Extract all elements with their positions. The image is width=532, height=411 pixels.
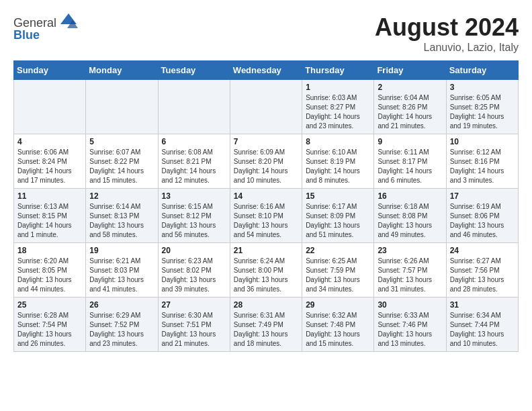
day-info: Sunrise: 6:21 AM Sunset: 8:03 PM Dayligh… — [89, 257, 154, 294]
calendar-cell: 25Sunrise: 6:28 AM Sunset: 7:54 PM Dayli… — [14, 298, 86, 352]
calendar-cell: 14Sunrise: 6:16 AM Sunset: 8:10 PM Dayli… — [230, 189, 302, 243]
calendar-cell: 23Sunrise: 6:26 AM Sunset: 7:57 PM Dayli… — [374, 243, 446, 298]
day-number: 27 — [162, 300, 226, 310]
calendar-table: SundayMondayTuesdayWednesdayThursdayFrid… — [13, 60, 519, 352]
week-row-5: 25Sunrise: 6:28 AM Sunset: 7:54 PM Dayli… — [14, 298, 519, 352]
day-number: 5 — [89, 137, 154, 146]
day-number: 8 — [306, 137, 370, 146]
weekday-header-saturday: Saturday — [446, 61, 518, 80]
day-info: Sunrise: 6:30 AM Sunset: 7:51 PM Dayligh… — [162, 311, 226, 349]
calendar-cell: 29Sunrise: 6:32 AM Sunset: 7:48 PM Dayli… — [302, 298, 374, 352]
weekday-header-sunday: Sunday — [14, 61, 86, 80]
calendar-cell: 8Sunrise: 6:10 AM Sunset: 8:19 PM Daylig… — [302, 134, 374, 189]
day-info: Sunrise: 6:17 AM Sunset: 8:09 PM Dayligh… — [306, 202, 370, 240]
location-subtitle: Lanuvio, Lazio, Italy — [375, 42, 519, 54]
day-info: Sunrise: 6:07 AM Sunset: 8:22 PM Dayligh… — [89, 148, 154, 185]
logo-blue-text: Blue — [13, 28, 40, 42]
calendar-cell: 5Sunrise: 6:07 AM Sunset: 8:22 PM Daylig… — [86, 134, 158, 189]
week-row-2: 4Sunrise: 6:06 AM Sunset: 8:24 PM Daylig… — [14, 134, 519, 189]
day-info: Sunrise: 6:20 AM Sunset: 8:05 PM Dayligh… — [17, 257, 82, 294]
calendar-cell — [14, 80, 86, 134]
calendar-cell: 27Sunrise: 6:30 AM Sunset: 7:51 PM Dayli… — [158, 298, 230, 352]
calendar-cell: 12Sunrise: 6:14 AM Sunset: 8:13 PM Dayli… — [86, 189, 158, 243]
calendar-cell: 18Sunrise: 6:20 AM Sunset: 8:05 PM Dayli… — [14, 243, 86, 298]
day-number: 24 — [450, 246, 515, 255]
calendar-cell: 15Sunrise: 6:17 AM Sunset: 8:09 PM Dayli… — [302, 189, 374, 243]
calendar-cell: 1Sunrise: 6:03 AM Sunset: 8:27 PM Daylig… — [302, 80, 374, 134]
day-number: 20 — [162, 246, 226, 255]
day-info: Sunrise: 6:13 AM Sunset: 8:15 PM Dayligh… — [17, 202, 82, 240]
day-info: Sunrise: 6:11 AM Sunset: 8:17 PM Dayligh… — [378, 148, 442, 185]
day-info: Sunrise: 6:26 AM Sunset: 7:57 PM Dayligh… — [378, 257, 442, 294]
weekday-header-wednesday: Wednesday — [230, 61, 302, 80]
calendar-cell: 21Sunrise: 6:24 AM Sunset: 8:00 PM Dayli… — [230, 243, 302, 298]
day-number: 26 — [89, 300, 154, 310]
weekday-header-friday: Friday — [374, 61, 446, 80]
day-info: Sunrise: 6:34 AM Sunset: 7:44 PM Dayligh… — [450, 311, 515, 349]
day-info: Sunrise: 6:06 AM Sunset: 8:24 PM Dayligh… — [17, 148, 82, 185]
day-info: Sunrise: 6:12 AM Sunset: 8:16 PM Dayligh… — [450, 148, 515, 185]
calendar-cell: 24Sunrise: 6:27 AM Sunset: 7:56 PM Dayli… — [446, 243, 518, 298]
day-info: Sunrise: 6:03 AM Sunset: 8:27 PM Dayligh… — [306, 93, 370, 131]
calendar-cell: 31Sunrise: 6:34 AM Sunset: 7:44 PM Dayli… — [446, 298, 518, 352]
calendar-cell: 7Sunrise: 6:09 AM Sunset: 8:20 PM Daylig… — [230, 134, 302, 189]
day-number: 14 — [234, 191, 298, 201]
day-info: Sunrise: 6:24 AM Sunset: 8:00 PM Dayligh… — [234, 257, 298, 294]
day-number: 11 — [17, 191, 82, 201]
day-number: 30 — [378, 300, 442, 310]
day-number: 10 — [450, 137, 515, 146]
day-info: Sunrise: 6:32 AM Sunset: 7:48 PM Dayligh… — [306, 311, 370, 349]
day-number: 15 — [306, 191, 370, 201]
day-info: Sunrise: 6:28 AM Sunset: 7:54 PM Dayligh… — [17, 311, 82, 349]
calendar-cell: 20Sunrise: 6:23 AM Sunset: 8:02 PM Dayli… — [158, 243, 230, 298]
calendar-cell: 26Sunrise: 6:29 AM Sunset: 7:52 PM Dayli… — [86, 298, 158, 352]
day-info: Sunrise: 6:18 AM Sunset: 8:08 PM Dayligh… — [378, 202, 442, 240]
day-number: 21 — [234, 246, 298, 255]
month-year-title: August 2024 — [375, 13, 519, 42]
day-number: 17 — [450, 191, 515, 201]
day-number: 19 — [89, 246, 154, 255]
day-number: 31 — [450, 300, 515, 310]
day-number: 12 — [89, 191, 154, 201]
calendar-cell: 16Sunrise: 6:18 AM Sunset: 8:08 PM Dayli… — [374, 189, 446, 243]
calendar-cell: 9Sunrise: 6:11 AM Sunset: 8:17 PM Daylig… — [374, 134, 446, 189]
day-number: 6 — [162, 137, 226, 146]
calendar-cell: 10Sunrise: 6:12 AM Sunset: 8:16 PM Dayli… — [446, 134, 518, 189]
day-info: Sunrise: 6:31 AM Sunset: 7:49 PM Dayligh… — [234, 311, 298, 349]
day-info: Sunrise: 6:19 AM Sunset: 8:06 PM Dayligh… — [450, 202, 515, 240]
day-number: 3 — [450, 83, 515, 92]
calendar-cell: 30Sunrise: 6:33 AM Sunset: 7:46 PM Dayli… — [374, 298, 446, 352]
day-number: 9 — [378, 137, 442, 146]
page-header: General Blue August 2024 Lanuvio, Lazio,… — [13, 13, 519, 54]
calendar-cell — [86, 80, 158, 134]
calendar-cell: 22Sunrise: 6:25 AM Sunset: 7:59 PM Dayli… — [302, 243, 374, 298]
logo: General Blue — [13, 13, 79, 42]
day-info: Sunrise: 6:04 AM Sunset: 8:26 PM Dayligh… — [378, 93, 442, 131]
day-number: 18 — [17, 246, 82, 255]
day-info: Sunrise: 6:10 AM Sunset: 8:19 PM Dayligh… — [306, 148, 370, 185]
day-info: Sunrise: 6:29 AM Sunset: 7:52 PM Dayligh… — [89, 311, 154, 349]
day-info: Sunrise: 6:16 AM Sunset: 8:10 PM Dayligh… — [234, 202, 298, 240]
weekday-header-monday: Monday — [86, 61, 158, 80]
week-row-4: 18Sunrise: 6:20 AM Sunset: 8:05 PM Dayli… — [14, 243, 519, 298]
weekday-header-thursday: Thursday — [302, 61, 374, 80]
day-number: 4 — [17, 137, 82, 146]
day-number: 16 — [378, 191, 442, 201]
calendar-cell: 17Sunrise: 6:19 AM Sunset: 8:06 PM Dayli… — [446, 189, 518, 243]
calendar-cell: 6Sunrise: 6:08 AM Sunset: 8:21 PM Daylig… — [158, 134, 230, 189]
day-info: Sunrise: 6:08 AM Sunset: 8:21 PM Dayligh… — [162, 148, 226, 185]
calendar-cell: 19Sunrise: 6:21 AM Sunset: 8:03 PM Dayli… — [86, 243, 158, 298]
week-row-1: 1Sunrise: 6:03 AM Sunset: 8:27 PM Daylig… — [14, 80, 519, 134]
calendar-cell — [158, 80, 230, 134]
day-number: 13 — [162, 191, 226, 201]
day-info: Sunrise: 6:25 AM Sunset: 7:59 PM Dayligh… — [306, 257, 370, 294]
logo-icon — [58, 11, 79, 32]
day-info: Sunrise: 6:33 AM Sunset: 7:46 PM Dayligh… — [378, 311, 442, 349]
day-info: Sunrise: 6:05 AM Sunset: 8:25 PM Dayligh… — [450, 93, 515, 131]
weekday-header-row: SundayMondayTuesdayWednesdayThursdayFrid… — [14, 61, 519, 80]
day-number: 2 — [378, 83, 442, 92]
calendar-cell: 28Sunrise: 6:31 AM Sunset: 7:49 PM Dayli… — [230, 298, 302, 352]
svg-marker-0 — [60, 13, 77, 24]
day-number: 29 — [306, 300, 370, 310]
calendar-cell: 11Sunrise: 6:13 AM Sunset: 8:15 PM Dayli… — [14, 189, 86, 243]
